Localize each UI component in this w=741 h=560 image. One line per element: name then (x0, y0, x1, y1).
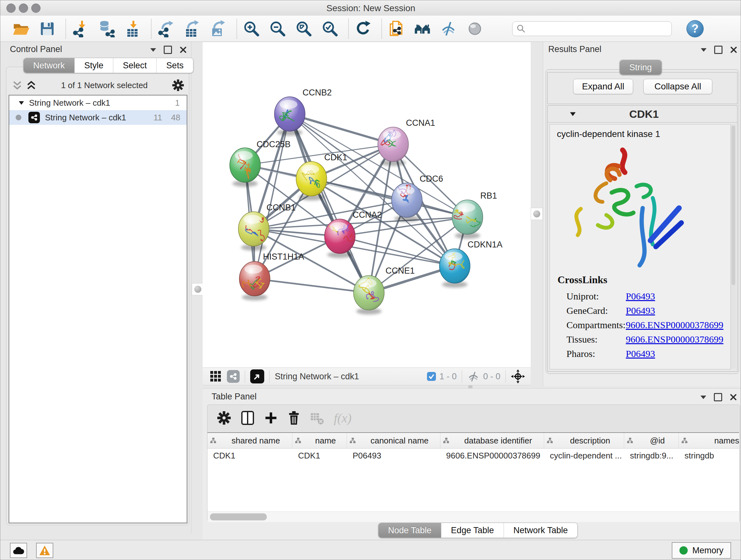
close-panel-icon[interactable] (730, 394, 737, 401)
results-scrollbar-thumb[interactable] (731, 125, 735, 285)
edge-CCNB2-CCNE1[interactable] (290, 114, 369, 293)
zoom-in-button[interactable] (242, 19, 261, 38)
panel-menu-icon[interactable] (701, 48, 706, 52)
string-view-icon[interactable] (227, 370, 240, 383)
gene-header[interactable]: CDK1 (548, 106, 737, 123)
cloud-status-button[interactable] (10, 543, 27, 558)
memory-button[interactable]: Memory (672, 542, 731, 559)
collapse-all-button[interactable]: Collapse All (643, 79, 712, 94)
cell-database-identifier[interactable]: 9606.ENSP00000378699 (441, 449, 544, 462)
refresh-button[interactable] (354, 19, 373, 38)
network-collection-row[interactable]: String Network – cdk1 1 (9, 96, 187, 110)
crosslink-link[interactable]: P06493 (626, 305, 655, 316)
expand-all-icon[interactable] (26, 80, 37, 90)
network-canvas[interactable]: CCNB2CCNA1CDC25BCDK1CDC6RB1CCNB1CCNA2CDK… (203, 42, 531, 368)
gear-icon[interactable] (217, 411, 231, 425)
node-CCNA1[interactable]: CCNA1 (378, 118, 435, 166)
zoom-out-button[interactable] (268, 19, 287, 38)
column-header-description[interactable]: description (544, 433, 624, 448)
results-scrollbar[interactable] (731, 124, 736, 369)
tab-sets[interactable]: Sets (157, 58, 193, 73)
node-CDC25B[interactable]: CDC25B (230, 139, 291, 187)
show-hidden-button[interactable] (466, 19, 484, 38)
cell-id[interactable]: stringdb:9... (624, 449, 679, 462)
gear-icon[interactable] (172, 79, 184, 91)
string-import-button[interactable] (387, 19, 406, 38)
collapse-all-icon[interactable] (12, 80, 23, 90)
open-session-button[interactable] (12, 19, 30, 38)
add-column-icon[interactable] (264, 411, 278, 425)
tab-edge-table[interactable]: Edge Table (441, 523, 504, 538)
column-header-database-identifier[interactable]: database identifier (441, 433, 544, 448)
table-horizontal-scrollbar[interactable] (207, 511, 739, 522)
right-splitter-handle[interactable] (531, 208, 543, 220)
node-CCNB2[interactable]: CCNB2 (274, 88, 332, 136)
tab-network-table[interactable]: Network Table (504, 523, 578, 538)
show-all-networks-button[interactable] (413, 19, 432, 38)
column-header-id[interactable]: @id (624, 433, 679, 448)
panel-menu-icon[interactable] (150, 48, 156, 52)
crosslink-link[interactable]: P06493 (626, 291, 655, 302)
save-session-button[interactable] (38, 19, 57, 38)
expand-all-button[interactable]: Expand All (573, 79, 633, 94)
crosslink-link[interactable]: P06493 (626, 348, 655, 359)
table-row[interactable]: CDK1 CDK1 P06493 9606.ENSP00000378699 cy… (207, 449, 739, 462)
search-box[interactable] (512, 21, 672, 36)
edge-CDK1-RB1[interactable] (312, 179, 468, 217)
node-HIST1H1A[interactable]: HIST1H1A (239, 252, 304, 300)
import-network-database-button[interactable] (97, 19, 116, 38)
edge-CCNB2-CCNA1[interactable] (290, 114, 393, 144)
export-image-button[interactable] (209, 19, 227, 38)
zoom-fit-button[interactable] (294, 19, 313, 38)
zoom-selected-button[interactable] (321, 19, 339, 38)
delete-column-icon[interactable] (287, 411, 300, 425)
close-panel-icon[interactable] (730, 46, 737, 53)
table-scrollbar-thumb[interactable] (210, 513, 267, 520)
node-CDKN1A[interactable]: CDKN1A (440, 240, 502, 288)
cell-shared-name[interactable]: CDK1 (207, 449, 292, 462)
float-panel-icon[interactable] (714, 46, 723, 54)
crosslink-link[interactable]: 9606.ENSP00000378699 (626, 334, 724, 345)
node-CCNE1[interactable]: CCNE1 (354, 266, 415, 314)
select-columns-icon[interactable] (241, 411, 255, 425)
expander-icon[interactable] (18, 100, 24, 105)
tab-network[interactable]: Network (23, 58, 75, 73)
cell-namespace[interactable]: stringdb (679, 449, 739, 462)
collapse-gene-icon[interactable] (569, 111, 576, 117)
panel-menu-icon[interactable] (700, 395, 706, 399)
column-header-shared-name[interactable]: shared name (207, 433, 292, 448)
export-table-file-button[interactable] (183, 19, 201, 38)
left-splitter-handle[interactable] (192, 283, 204, 295)
import-table-file-button[interactable] (124, 19, 142, 38)
cell-description[interactable]: cyclin-dependent ... (544, 449, 624, 462)
float-panel-icon[interactable] (714, 393, 722, 401)
network-row-selected[interactable]: String Network – cdk1 11 48 (9, 110, 187, 125)
column-header-canonical-name[interactable]: canonical name (347, 433, 441, 448)
table-container: f(x) shared name name canonical name (207, 405, 740, 522)
warnings-button[interactable] (36, 543, 53, 558)
pan-crosshair-icon[interactable] (511, 369, 525, 383)
column-header-name[interactable]: name (292, 433, 347, 448)
cell-canonical-name[interactable]: P06493 (347, 449, 441, 462)
import-network-file-button[interactable] (71, 19, 90, 38)
tab-node-table[interactable]: Node Table (379, 523, 441, 538)
edge-HIST1H1A-CCNE1[interactable] (255, 279, 369, 293)
network-graph[interactable]: CCNB2CCNA1CDC25BCDK1CDC6RB1CCNB1CCNA2CDK… (203, 42, 531, 368)
crosslink-link[interactable]: 9606.ENSP00000378699 (626, 320, 724, 330)
cell-name[interactable]: CDK1 (292, 449, 347, 462)
selected-checkbox-icon[interactable] (427, 372, 436, 381)
birds-eye-view-icon[interactable] (250, 369, 264, 383)
tab-string[interactable]: String (620, 60, 662, 75)
hide-unhide-button[interactable] (440, 19, 458, 38)
tab-style[interactable]: Style (75, 58, 113, 73)
node-RB1[interactable]: RB1 (451, 191, 497, 239)
tab-select[interactable]: Select (113, 58, 157, 73)
grid-view-icon[interactable] (210, 370, 222, 382)
help-button[interactable]: ? (686, 20, 704, 37)
gene-name: CDK1 (576, 108, 712, 120)
export-network-file-button[interactable] (157, 19, 175, 38)
float-panel-icon[interactable] (164, 46, 172, 54)
search-input[interactable] (526, 23, 661, 34)
close-panel-icon[interactable] (180, 46, 187, 53)
column-header-namespace[interactable]: namespace (679, 433, 739, 448)
